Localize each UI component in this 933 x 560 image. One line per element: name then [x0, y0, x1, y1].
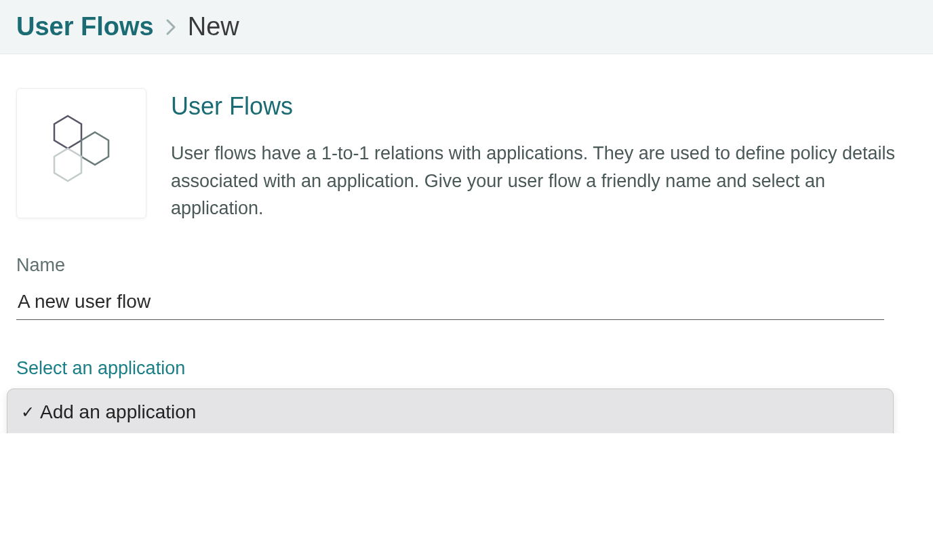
application-dropdown[interactable]: ✓Add an applicationNAMECanary-BankDemoAp… — [7, 388, 894, 433]
chevron-right-icon — [165, 18, 177, 37]
breadcrumb: User Flows New — [0, 0, 933, 54]
breadcrumb-parent-link[interactable]: User Flows — [16, 12, 154, 41]
svg-marker-2 — [54, 148, 81, 181]
svg-marker-1 — [81, 132, 108, 165]
hexagon-cluster-icon — [16, 88, 146, 218]
section-title: User Flows — [171, 92, 917, 121]
dropdown-option-label: Add an application — [40, 401, 196, 423]
dropdown-option[interactable]: ✓Add an application — [13, 395, 888, 430]
check-icon: ✓ — [21, 403, 40, 422]
name-input[interactable] — [16, 285, 884, 320]
select-application-label: Select an application — [16, 358, 884, 379]
breadcrumb-current: New — [188, 12, 239, 41]
name-label: Name — [16, 255, 884, 276]
svg-marker-0 — [54, 116, 81, 148]
section-description: User flows have a 1-to-1 relations with … — [171, 140, 917, 222]
dropdown-option[interactable]: NAME — [13, 430, 888, 433]
